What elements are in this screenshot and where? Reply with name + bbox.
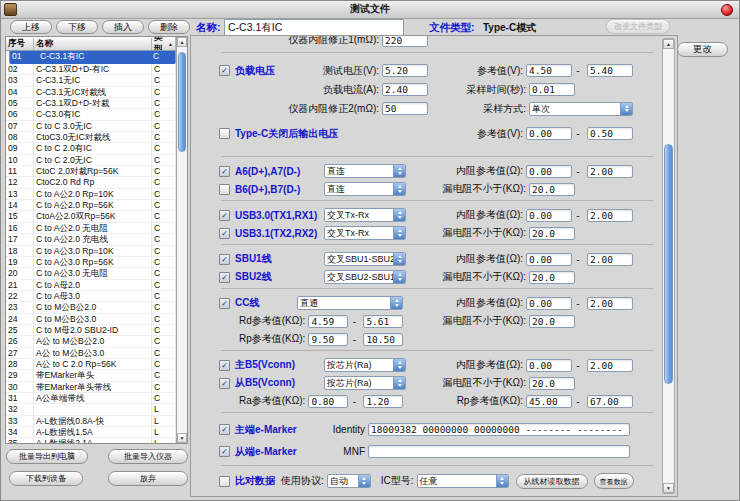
usb31-leak-input[interactable]: 20.0: [529, 227, 575, 240]
sub-b5-checkbox[interactable]: ✓: [219, 378, 230, 389]
list-item[interactable]: 28A公 to C 2.0 Rp=56KC: [6, 359, 176, 370]
usb30-res-max-input[interactable]: 2.00: [587, 209, 633, 222]
modify-button[interactable]: 更改: [677, 42, 728, 57]
list-item[interactable]: 16C to A公2.0 无电阻C: [6, 223, 176, 234]
a6-a7-select[interactable]: 直连: [324, 164, 406, 178]
move-down-button[interactable]: 下移: [56, 20, 98, 34]
ra-max-input[interactable]: 1.20: [363, 395, 403, 408]
usb30-res-min-input[interactable]: 0.00: [526, 209, 572, 222]
stepper-arrows-icon[interactable]: [620, 103, 632, 115]
stepper-arrows-icon[interactable]: [393, 209, 405, 221]
list-item[interactable]: 21C to A母2.0C: [6, 280, 176, 291]
mnf-input[interactable]: [368, 445, 630, 458]
stepper-arrows-icon[interactable]: [393, 253, 405, 265]
list-item[interactable]: 11CtoC 2.0对裁Rp=56KC: [6, 166, 176, 177]
cc-res-min-input[interactable]: 0.00: [526, 297, 572, 310]
sub-emarker-checkbox[interactable]: ✓: [219, 446, 230, 457]
stepper-arrows-icon[interactable]: [393, 183, 405, 195]
list-item[interactable]: 34A-L数据线1.5AL: [6, 427, 176, 438]
list-item[interactable]: 13C to A公2.0 Rp=10KC: [6, 189, 176, 200]
list-item[interactable]: 22C to A母3.0C: [6, 291, 176, 302]
identity-input[interactable]: 18009382 00000000 00000000 -------- ----…: [368, 423, 630, 436]
scroll-down-icon[interactable]: ▼: [177, 433, 187, 443]
read-from-cable-button[interactable]: 从线材读取数据: [516, 474, 588, 489]
usb30-select[interactable]: 交叉Tx-Rx: [324, 208, 406, 222]
list-item[interactable]: 25C to M母2.0 SBU2-IDC: [6, 325, 176, 336]
list-item[interactable]: 35A-L数据线2.1AL: [6, 438, 176, 443]
list-item[interactable]: 20C to A公3.0 无电阻C: [6, 268, 176, 279]
sbu2-select[interactable]: 交叉SBU2-SBU1: [324, 270, 406, 284]
typec-off-voltage-checkbox[interactable]: [219, 128, 230, 139]
load-voltage-checkbox[interactable]: ✓: [219, 65, 230, 76]
download-to-device-button[interactable]: 下载到设备: [9, 471, 83, 486]
rd-max-input[interactable]: 5.61: [363, 315, 403, 328]
main-b5-select[interactable]: 按芯片(Ra): [324, 358, 406, 372]
move-up-button[interactable]: 上移: [10, 20, 52, 34]
batch-export-pc-button[interactable]: 批量导出到电脑: [6, 449, 88, 464]
list-item[interactable]: 29带EMarker单头C: [6, 370, 176, 381]
stepper-arrows-icon[interactable]: [393, 271, 405, 283]
rp-min-input[interactable]: 9.50: [308, 333, 348, 346]
list-item[interactable]: 30带EMarker单头带线C: [6, 382, 176, 393]
column-header-no[interactable]: 序号: [6, 38, 34, 50]
sbu1-checkbox[interactable]: ✓: [219, 254, 230, 265]
list-item[interactable]: 08CtoC3.0无IC对裁线C: [6, 132, 176, 143]
name-input[interactable]: C-C3.1有IC: [224, 19, 404, 36]
view-data-button[interactable]: 查看数据: [594, 473, 634, 489]
b6-b7-leak-input[interactable]: 20.0: [529, 183, 575, 196]
stepper-arrows-icon[interactable]: [390, 297, 402, 309]
sbu2-leak-input[interactable]: 20.0: [529, 271, 575, 284]
sbu1-res-max-input[interactable]: 2.00: [587, 253, 633, 266]
sbu2-checkbox[interactable]: ✓: [219, 272, 230, 283]
list-item[interactable]: 01C-C3.1有ICC: [9, 50, 176, 64]
stepper-arrows-icon[interactable]: [393, 165, 405, 177]
cc-leak-input[interactable]: 20.0: [529, 315, 575, 328]
correction1-input[interactable]: 220: [382, 36, 428, 47]
panel-scrollbar-thumb[interactable]: [664, 144, 673, 384]
voltage-ref-max-input[interactable]: 5.40: [587, 64, 633, 77]
column-header-name[interactable]: 名称: [34, 38, 152, 50]
list-item[interactable]: 32L: [6, 404, 176, 415]
sample-mode-select[interactable]: 单次: [529, 102, 633, 116]
list-item[interactable]: 31A公单端带线C: [6, 393, 176, 404]
a6-a7-res-max-input[interactable]: 2.00: [587, 165, 633, 178]
a6-a7-checkbox[interactable]: ✓: [219, 166, 230, 177]
usb31-checkbox[interactable]: ✓: [219, 228, 230, 239]
stepper-arrows-icon[interactable]: [358, 475, 370, 487]
a6-a7-res-min-input[interactable]: 0.00: [526, 165, 572, 178]
list-item[interactable]: 15CtoA公2.0双Rp=56KC: [6, 211, 176, 222]
sub-b5-select[interactable]: 按芯片(Ra): [324, 376, 406, 390]
list-item[interactable]: 07C to C 3.0无ICC: [6, 121, 176, 132]
list-item[interactable]: 27A公 to M公B公3.0C: [6, 348, 176, 359]
b6-b7-checkbox[interactable]: [219, 184, 230, 195]
list-item[interactable]: 09C to C 2.0有ICC: [6, 143, 176, 154]
list-item[interactable]: 06C-C3.0有ICC: [6, 109, 176, 120]
close-button-icon[interactable]: [721, 4, 733, 16]
sub-b5-leak-input[interactable]: 20.0: [529, 377, 575, 390]
load-current-input[interactable]: 2.40: [382, 83, 428, 96]
list-item[interactable]: 14C to A公2.0 Rp=56KC: [6, 200, 176, 211]
rp2-max-input[interactable]: 67.00: [587, 395, 633, 408]
ic-model-select[interactable]: 任意: [417, 474, 509, 488]
rp-max-input[interactable]: 10.50: [363, 333, 403, 346]
scroll-up-icon[interactable]: ▲: [177, 37, 187, 47]
batch-import-instrument-button[interactable]: 批量导入仪器: [108, 449, 188, 464]
main-b5-res-max-input[interactable]: 2.00: [587, 359, 633, 372]
list-item[interactable]: 26A公 to M公B公2.0C: [6, 336, 176, 347]
list-item[interactable]: 23C to M公B公2.0C: [6, 302, 176, 313]
usb31-select[interactable]: 交叉Tx-Rx: [324, 226, 406, 240]
list-item[interactable]: 18C to A公3.0 Rp=10KC: [6, 246, 176, 257]
stepper-arrows-icon[interactable]: [393, 359, 405, 371]
list-item[interactable]: 10C to C 2.0无ICC: [6, 155, 176, 166]
list-scrollbar[interactable]: ▲ ▼: [176, 37, 187, 443]
cc-select[interactable]: 直通: [297, 296, 403, 310]
list-item[interactable]: 17C to A公2.0 充电线C: [6, 234, 176, 245]
rp2-min-input[interactable]: 45.00: [526, 395, 572, 408]
test-voltage-input[interactable]: 5.20: [382, 64, 428, 77]
cc-line-checkbox[interactable]: ✓: [219, 298, 230, 309]
delete-button[interactable]: 删除: [148, 20, 190, 34]
sbu1-res-min-input[interactable]: 0.00: [526, 253, 572, 266]
panel-scroll-down-icon[interactable]: ▼: [663, 483, 674, 493]
protocol-select[interactable]: 自动: [327, 474, 371, 488]
stepper-arrows-icon[interactable]: [393, 377, 405, 389]
